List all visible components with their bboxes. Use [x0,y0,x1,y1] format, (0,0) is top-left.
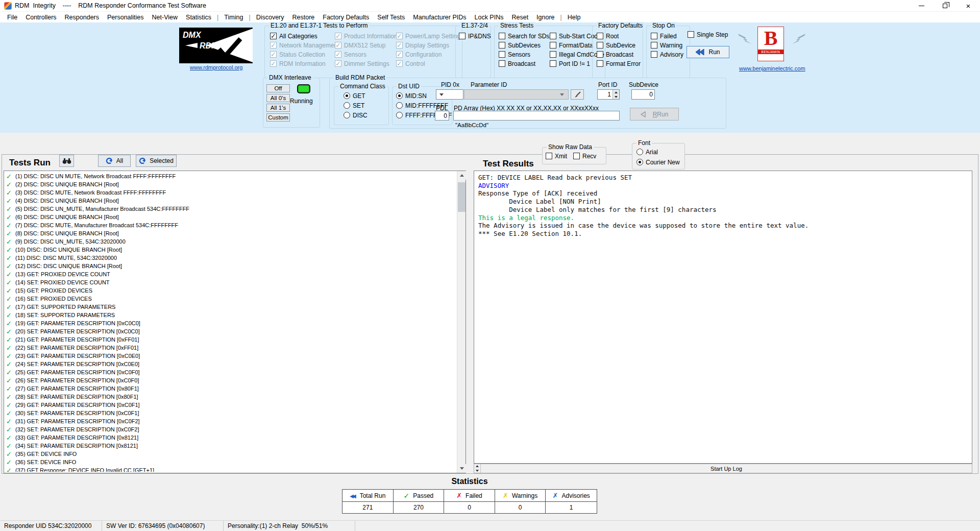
dmx-interleave-button[interactable]: Off [266,84,290,92]
test-list-item[interactable]: (28) SET: PARAMETER DESCRIPTION [0x80F1] [5,393,456,401]
menu-item[interactable]: Net-View [148,13,182,22]
test-list-item[interactable]: (13) GET: PROXIED DEVICE COUNT [5,270,456,278]
font-radio[interactable]: Courier New [636,158,680,166]
pdl-field[interactable]: 0 [435,111,449,120]
menu-item[interactable]: | [559,13,564,22]
restore-button[interactable] [933,0,957,11]
dmx-interleave-button[interactable]: All 0's [266,94,290,102]
command-class-radio[interactable]: SET [344,102,368,109]
test-list-item[interactable]: (15) GET: PROXIED DEVICES [5,286,456,295]
category-checkbox[interactable]: Configuration [396,51,463,58]
category-checkbox[interactable]: Control [396,60,463,67]
pd-array-input[interactable] [453,111,620,120]
menu-item[interactable]: Controllers [21,13,60,22]
test-list-item[interactable]: (5) DISC: DISC UN_MUTE, Manufacturer Bro… [5,205,456,213]
factory-checkbox[interactable]: SubDevice [597,41,641,49]
stop-on-checkbox[interactable]: Warning [651,41,683,49]
test-list-item[interactable]: (34) SET: PARAMETER DESCRIPTION [0x8121] [5,442,456,450]
test-list-item[interactable]: (29) GET: PARAMETER DESCRIPTION [0xC0F1] [5,401,456,409]
category-checkbox[interactable]: All Categories [270,32,339,40]
menu-item[interactable]: Restore [288,13,319,22]
close-button[interactable]: × [957,0,980,11]
dmx-interleave-button[interactable]: All 1's [266,104,290,112]
test-list-item[interactable]: (9) DISC: DISC UN_MUTE, 534C:32020000 [5,237,456,246]
command-class-radio[interactable]: GET [344,92,368,100]
test-list-item[interactable]: (3) DISC: DISC MUTE, Network Broadcast F… [5,188,456,197]
rerun-selected-button[interactable]: Selected [136,155,177,167]
single-step-checkbox[interactable]: Single Step [688,31,728,38]
test-list-item[interactable]: (25) GET: PARAMETER DESCRIPTION [0xC0F0] [5,368,456,376]
find-test-button[interactable] [59,155,74,167]
menu-item[interactable]: | [215,13,220,22]
category-checkbox[interactable]: Dimmer Settings [335,60,398,67]
menu-item[interactable]: Lock PINs [470,13,507,22]
test-list-item[interactable]: (18) SET: SUPPORTED PARAMETERS [5,311,456,319]
edit-brush-button[interactable] [571,89,584,100]
menu-item[interactable]: File [3,13,21,22]
command-class-radio[interactable]: DISC [344,111,368,119]
test-list-item[interactable]: (19) GET: PARAMETER DESCRIPTION [0xC0C0] [5,319,456,327]
spin-up-button[interactable] [613,90,619,94]
test-list-item[interactable]: (10) DISC: DISC UNIQUE BRANCH [Root] [5,246,456,254]
test-list-item[interactable]: (6) DISC: DISC UNIQUE BRANCH [Root] [5,213,456,221]
test-list-item[interactable]: (23) GET: PARAMETER DESCRIPTION [0xC0E0] [5,352,456,360]
test-list-item[interactable]: (21) GET: PARAMETER DESCRIPTION [0xFF01] [5,335,456,344]
raw-data-checkbox[interactable]: Recv [573,152,596,160]
scroll-down-button[interactable] [457,464,466,473]
category-checkbox[interactable]: Sensors [335,51,398,58]
stop-on-checkbox[interactable]: Failed [651,32,683,40]
tests-list-scrollbar[interactable] [457,171,465,473]
factory-checkbox[interactable]: Broadcast [597,51,641,58]
category-checkbox[interactable]: Status Collection [270,51,339,58]
test-list-item[interactable]: (24) SET: PARAMETER DESCRIPTION [0xC0E0] [5,360,456,368]
factory-checkbox[interactable]: Format Error [597,60,641,67]
category-checkbox[interactable]: Display Settings [396,41,463,49]
category-checkbox[interactable]: Network Management [270,41,339,49]
spin-up-button[interactable] [474,464,480,469]
results-spin-control[interactable] [474,464,481,473]
factory-checkbox[interactable]: Root [597,32,641,40]
stress-checkbox[interactable]: Broadcast [499,60,549,67]
test-list-item[interactable]: (31) GET: PARAMETER DESCRIPTION [0xC0F2] [5,417,456,425]
test-list-item[interactable]: (7) DISC: DISC MUTE, Manufacturer Broadc… [5,221,456,229]
test-list-item[interactable]: (27) GET: PARAMETER DESCRIPTION [0x80F1] [5,384,456,393]
spin-down-button[interactable] [613,94,619,99]
stop-on-checkbox[interactable]: Advisory [651,51,683,58]
test-list-item[interactable]: (30) SET: PARAMETER DESCRIPTION [0xC0F1] [5,409,456,417]
port-id-stepper[interactable]: 1 [597,89,620,100]
test-list-item[interactable]: (17) GET: SUPPORTED PARAMETERS [5,303,456,311]
menu-item[interactable]: Self Tests [373,13,409,22]
test-list-item[interactable]: (36) SET: DEVICE INFO [5,458,456,466]
scroll-up-button[interactable] [457,171,466,180]
stress-checkbox[interactable]: SubDevices [499,41,549,49]
test-list-item[interactable]: (20) SET: PARAMETER DESCRIPTION [0xC0C0] [5,327,456,335]
scrollbar-thumb[interactable] [458,182,465,212]
dmx-interleave-button[interactable]: Custom [266,113,290,122]
menu-item[interactable]: Manufacturer PIDs [409,13,470,22]
menu-item[interactable]: Ignore [532,13,558,22]
menu-item[interactable]: | [247,13,252,22]
spin-down-button[interactable] [474,469,480,473]
menu-item[interactable]: Statistics [182,13,215,22]
test-list-item[interactable]: (11) DISC: DISC MUTE, 534C:32020000 [5,254,456,262]
raw-data-checkbox[interactable]: Xmit [546,152,567,160]
test-list-item[interactable]: (4) DISC: DISC UNIQUE BRANCH [Root] [5,197,456,205]
test-list-item[interactable]: (1) DISC: DISC UN MUTE, Network Broadcas… [5,172,456,180]
menu-item[interactable]: Timing [220,13,247,22]
minimize-button[interactable] [910,0,933,11]
menu-item[interactable]: Reset [507,13,532,22]
test-list-item[interactable]: (35) GET: DEVICE INFO [5,450,456,458]
stress-checkbox[interactable]: Sensors [499,51,549,58]
menu-item[interactable]: Personalities [103,13,148,22]
rerun-all-button[interactable]: All [98,155,131,167]
run-packet-button[interactable]: RRunRun [630,108,679,120]
test-results-box[interactable]: GET: DEVICE LABEL Read back previous SET… [474,171,972,464]
run-tests-button[interactable]: Run [687,46,729,58]
font-radio[interactable]: Arial [636,148,680,156]
benjaminelectric-link[interactable]: www.benjaminelectric.com [739,65,805,71]
test-list-item[interactable]: (26) SET: PARAMETER DESCRIPTION [0xC0F0] [5,376,456,384]
test-list-item[interactable]: (2) DISC: DISC UNIQUE BRANCH [Root] [5,180,456,188]
stress-checkbox[interactable]: Search for SDs [499,32,549,40]
menu-item[interactable]: Help [564,13,585,22]
category-checkbox[interactable]: Product Information [335,32,398,40]
